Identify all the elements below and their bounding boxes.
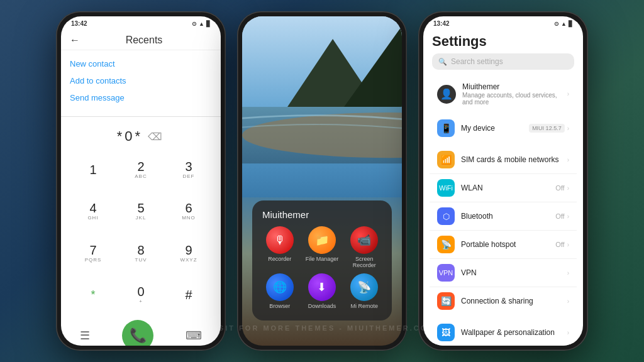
status-icons-3: ⊙▲▊ xyxy=(554,21,573,27)
dial-key-hash[interactable]: # xyxy=(165,275,212,315)
chevron-icon: › xyxy=(567,90,569,97)
chevron-icon-6: › xyxy=(567,241,569,248)
vpn-text: VPN xyxy=(461,268,561,277)
device-icon: 📱 xyxy=(437,119,455,137)
app-row-1: 🎙 Recorder 📁 File Manager 📹 Screen Recor… xyxy=(258,226,386,268)
chevron-icon-7: › xyxy=(567,270,569,277)
call-button[interactable]: 📞 xyxy=(122,320,153,346)
dialer-section: *0* ⌫ 1 2ABC 3DEF 4GHI 5JKL 6MNO 7PQRS 8… xyxy=(61,122,221,346)
status-bar-3: 13:42 ⊙▲▊ xyxy=(423,16,583,30)
mi-remote-icon: 📡 xyxy=(350,273,378,301)
settings-row-device[interactable]: 📱 My device MIUI 12.5.7 › xyxy=(430,114,577,142)
phone-1: 13:42 ⊙▲▊ ← Recents New contact Add to c… xyxy=(56,11,226,351)
downloads-label: Downloads xyxy=(308,303,336,309)
bluetooth-right: Off › xyxy=(555,212,569,220)
dial-key-3[interactable]: 3DEF xyxy=(165,150,212,190)
vpn-right: › xyxy=(567,270,569,277)
app-screen-recorder[interactable]: 📹 Screen Recorder xyxy=(346,226,382,268)
chevron-icon-9: › xyxy=(567,329,569,336)
time-1: 13:42 xyxy=(71,20,87,27)
settings-row-miuithemer[interactable]: 👤 Miuithemer Manage accounts, cloud serv… xyxy=(430,77,577,111)
dialer-bottom: ☰ 📞 ⌨ xyxy=(70,315,212,346)
search-bar[interactable]: 🔍 Search settings xyxy=(432,53,574,70)
sim-icon: 📶 xyxy=(437,151,455,168)
watermark: VISIT FOR MORE THEMES - MIUITHEMER.COM xyxy=(209,324,436,332)
sharing-icon: 🔄 xyxy=(437,292,455,310)
app-browser[interactable]: 🌐 Browser xyxy=(262,273,298,309)
settings-row-bluetooth[interactable]: ⬡ Bluetooth Off › xyxy=(430,202,577,231)
settings-row-hotspot[interactable]: 📡 Portable hotspot Off › xyxy=(430,231,577,259)
browser-label: Browser xyxy=(269,303,290,309)
dial-key-8[interactable]: 8TUV xyxy=(118,233,164,273)
settings-row-wlan[interactable]: WiFi WLAN Off › xyxy=(430,174,577,202)
wlan-text: WLAN xyxy=(461,184,549,192)
vpn-icon: VPN xyxy=(437,264,455,282)
sharing-text: Connection & sharing xyxy=(461,297,561,305)
dial-key-star[interactable]: * xyxy=(70,275,116,315)
dial-key-6[interactable]: 6MNO xyxy=(165,191,212,231)
landscape-image xyxy=(242,16,402,197)
file-manager-icon: 📁 xyxy=(308,226,336,254)
status-bar-1: 13:42 ⊙▲▊ xyxy=(61,16,221,30)
dial-key-2[interactable]: 2ABC xyxy=(118,150,164,190)
bluetooth-text: Bluetooth xyxy=(461,212,549,221)
wallpaper-text: Wallpaper & personalization xyxy=(461,328,561,337)
dial-key-4[interactable]: 4GHI xyxy=(70,191,116,231)
device-text: My device xyxy=(461,124,523,133)
search-icon: 🔍 xyxy=(438,58,447,66)
miuithemer-icon: 👤 xyxy=(437,85,456,104)
sim-right: › xyxy=(567,156,569,163)
divider xyxy=(61,116,221,117)
settings-card-display: 🖼 Wallpaper & personalization › 🔆 Always… xyxy=(430,319,577,346)
settings-section: 👤 Miuithemer Manage accounts, cloud serv… xyxy=(423,75,583,346)
settings-card-account: 👤 Miuithemer Manage accounts, cloud serv… xyxy=(430,77,577,111)
app-downloads[interactable]: ⬇ Downloads xyxy=(304,273,340,309)
back-arrow-icon[interactable]: ← xyxy=(70,35,80,46)
hotspot-text: Portable hotspot xyxy=(461,240,549,249)
dial-key-5[interactable]: 5JKL xyxy=(118,191,164,231)
settings-card-network: 📶 SIM cards & mobile networks › WiFi WLA… xyxy=(430,146,577,315)
dial-key-1[interactable]: 1 xyxy=(70,150,116,190)
app-file-manager[interactable]: 📁 File Manager xyxy=(304,226,340,268)
file-manager-label: File Manager xyxy=(306,256,339,262)
hotspot-right: Off › xyxy=(555,241,569,248)
wlan-icon: WiFi xyxy=(437,179,455,197)
phone-3: 13:42 ⊙▲▊ Settings 🔍 Search settings 👤 M… xyxy=(418,11,588,351)
app-row-2: 🌐 Browser ⬇ Downloads 📡 Mi Remote xyxy=(258,273,386,309)
settings-row-sim[interactable]: 📶 SIM cards & mobile networks › xyxy=(430,146,577,174)
time-3: 13:42 xyxy=(433,20,450,27)
hotspot-icon: 📡 xyxy=(437,236,455,253)
app-recorder[interactable]: 🎙 Recorder xyxy=(262,226,298,268)
dial-key-9[interactable]: 9WXYZ xyxy=(165,233,212,273)
settings-row-wallpaper[interactable]: 🖼 Wallpaper & personalization › xyxy=(430,319,577,346)
app-mi-remote[interactable]: 📡 Mi Remote xyxy=(346,273,382,309)
new-contact-link[interactable]: New contact xyxy=(70,55,212,72)
bluetooth-icon: ⬡ xyxy=(437,207,455,225)
sharing-right: › xyxy=(567,298,569,305)
add-to-contacts-link[interactable]: Add to contacts xyxy=(70,72,212,89)
send-message-link[interactable]: Send message xyxy=(70,89,212,106)
screen-recorder-label: Screen Recorder xyxy=(346,256,382,268)
wallpaper-icon: 🖼 xyxy=(437,324,455,341)
miui-badge: MIUI 12.5.7 xyxy=(529,124,565,133)
sim-text: SIM cards & mobile networks xyxy=(461,155,561,164)
chevron-icon-2: › xyxy=(567,125,569,132)
phone-2: 13:42 ⊙▲▊ xyxy=(237,11,407,351)
chevron-icon-5: › xyxy=(567,213,569,220)
screen-recorder-icon: 📹 xyxy=(350,226,378,254)
chevron-icon-4: › xyxy=(567,185,569,192)
chevron-icon-3: › xyxy=(567,156,569,163)
search-placeholder: Search settings xyxy=(451,57,503,66)
settings-row-sharing[interactable]: 🔄 Connection & sharing › xyxy=(430,287,577,315)
dialpad-toggle-icon[interactable]: ⌨ xyxy=(186,329,202,343)
recents-actions: New contact Add to contacts Send message xyxy=(61,50,221,111)
backspace-icon[interactable]: ⌫ xyxy=(148,131,165,143)
status-icons-1: ⊙▲▊ xyxy=(192,21,211,27)
menu-icon[interactable]: ☰ xyxy=(80,329,90,343)
settings-row-vpn[interactable]: VPN VPN › xyxy=(430,259,577,287)
miuithemer-right: › xyxy=(567,90,569,97)
dial-key-0[interactable]: 0+ xyxy=(118,275,164,315)
mi-remote-label: Mi Remote xyxy=(351,303,379,309)
settings-content: Settings 🔍 Search settings 👤 Miuithemer … xyxy=(423,30,583,346)
dial-key-7[interactable]: 7PQRS xyxy=(70,233,116,273)
